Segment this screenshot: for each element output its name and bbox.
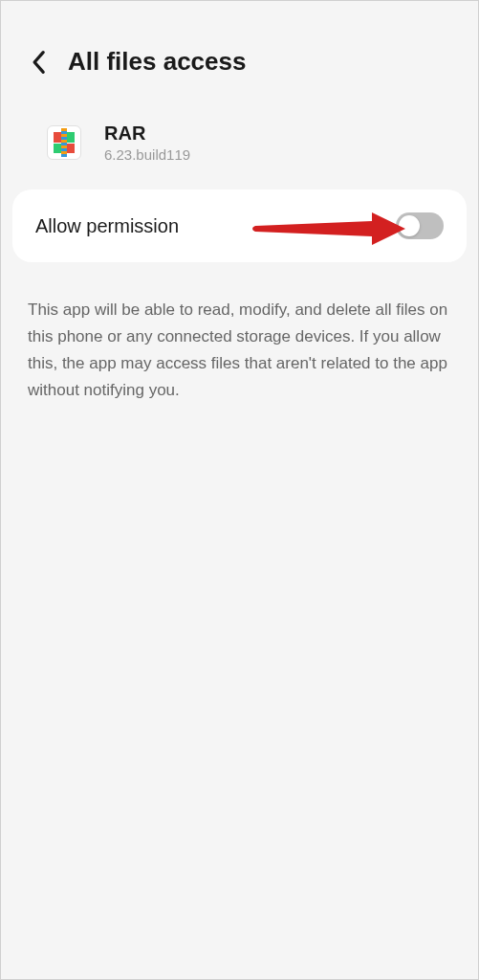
permission-description: This app will be able to read, modify, a… (1, 270, 478, 431)
permission-card: Allow permission (12, 189, 467, 262)
app-name: RAR (104, 122, 190, 145)
back-button[interactable] (28, 52, 49, 73)
app-icon (47, 125, 81, 160)
header: All files access (1, 1, 478, 96)
chevron-left-icon (30, 50, 47, 75)
toggle-knob (399, 215, 420, 236)
permission-toggle[interactable] (396, 212, 444, 239)
page-title: All files access (68, 47, 246, 77)
app-details: RAR 6.23.build119 (104, 122, 190, 163)
app-version: 6.23.build119 (104, 146, 190, 163)
permission-label: Allow permission (35, 215, 179, 237)
app-info: RAR 6.23.build119 (1, 96, 478, 182)
